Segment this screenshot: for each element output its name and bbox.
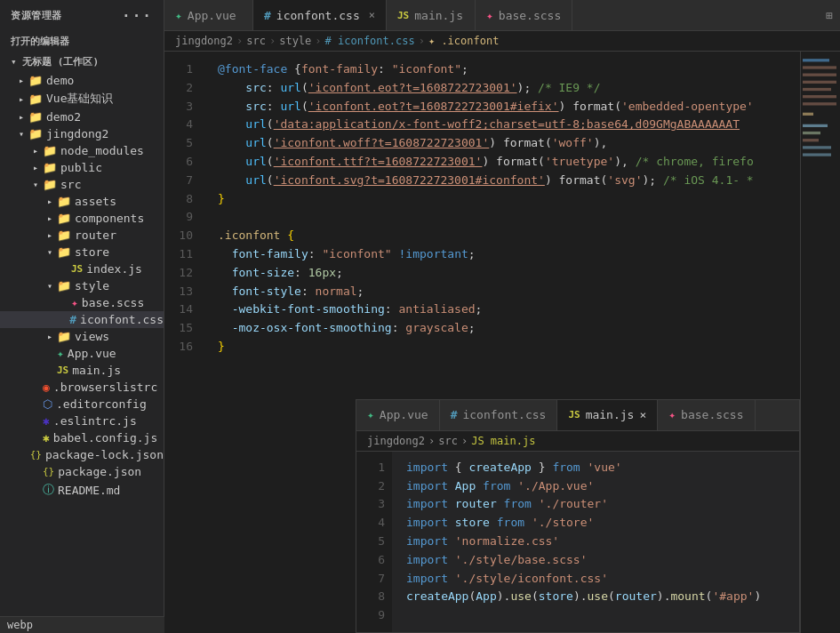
breadcrumb-part: ✦ .iconfont (428, 35, 499, 47)
sidebar-item-base-scss[interactable]: ✦ base.scss (0, 294, 164, 311)
sidebar-item-browserslistrc[interactable]: ◉ .browserslistrc (0, 379, 164, 396)
js-icon: JS (71, 263, 83, 275)
tab-app-vue[interactable]: ✦ App.vue (164, 0, 253, 30)
code-line-14: -webkit-font-smoothing: antialiased; (200, 300, 800, 319)
tab-base-scss[interactable]: ✦ base.scss (476, 0, 572, 30)
split-editor-button[interactable]: ⊞ (819, 0, 840, 30)
sidebar-item-router[interactable]: 📁 router (0, 227, 164, 244)
sidebar-item-demo[interactable]: 📁 demo (0, 72, 164, 89)
sidebar-item-public[interactable]: 📁 public (0, 159, 164, 176)
folder-icon: 📁 (28, 127, 43, 140)
css-tab-icon: # (451, 408, 458, 421)
breadcrumb-part: src (246, 35, 266, 47)
code-line-1: @font-face { font-family : "iconfont" ; (200, 60, 800, 79)
eslint-icon: ✱ (43, 414, 50, 428)
main-tab-bar: ✦ App.vue # iconfont.css × JS main.js ✦ … (164, 0, 840, 31)
code-line-7: url('iconfont.svg?t=1608722723001#iconfo… (200, 172, 800, 190)
svg-rect-3 (803, 74, 836, 76)
bottom-bar: webp (0, 616, 164, 633)
sidebar-item-app-vue[interactable]: ✦ App.vue (0, 345, 164, 362)
sidebar-item-vue-basics[interactable]: 📁 Vue基础知识 (0, 89, 164, 108)
tab-label: App.vue (188, 9, 236, 22)
popup-line-8: createApp(App).use(store).use(router).mo… (392, 588, 799, 606)
sidebar-item-style[interactable]: 📁 style (0, 277, 164, 294)
breadcrumb-part: src (438, 435, 458, 447)
sidebar-item-jingdong2[interactable]: 📁 jingdong2 (0, 125, 164, 142)
code-line-12: font-size: 16px; (200, 264, 800, 283)
chevron-icon (43, 213, 57, 223)
folder-icon: 📁 (57, 212, 71, 225)
sidebar-item-iconfont-css[interactable]: # iconfont.css (0, 311, 164, 328)
popup-tab-app-vue[interactable]: ✦ App.vue (356, 400, 440, 430)
sidebar-item-node-modules[interactable]: 📁 node_modules (0, 142, 164, 159)
chevron-icon (14, 94, 28, 104)
sidebar-item-components[interactable]: 📁 components (0, 210, 164, 227)
popup-tab-iconfont-css[interactable]: # iconfont.css (440, 400, 558, 430)
babel-icon: ✱ (43, 431, 50, 445)
sidebar-item-editorconfig[interactable]: ⬡ .editorconfig (0, 396, 164, 413)
breadcrumb-part: jingdong2 (175, 35, 233, 47)
json-icon: {} (43, 466, 54, 477)
css-tab-icon: # (264, 9, 271, 22)
svg-rect-13 (803, 153, 831, 156)
sidebar-item-store[interactable]: 📁 store (0, 244, 164, 260)
popup-tab-main-js[interactable]: JS main.js × (557, 400, 658, 430)
sidebar-item-package-json[interactable]: {} package.json (0, 463, 164, 480)
svg-rect-4 (803, 81, 836, 84)
sidebar-item-readme[interactable]: ⓘ README.md (0, 480, 164, 500)
chevron-icon (28, 180, 43, 189)
tab-label: App.vue (380, 408, 428, 421)
code-line-8: } (200, 190, 800, 209)
workspace-section: ▾ 无标题 (工作区) (0, 52, 164, 72)
chevron-icon (28, 163, 43, 172)
code-line-9 (200, 208, 800, 227)
tab-close-button[interactable]: × (369, 9, 375, 21)
sidebar-item-src[interactable]: 📁 src (0, 176, 164, 193)
code-line-13: font-style: normal; (200, 283, 800, 301)
svg-rect-10 (803, 132, 820, 134)
sidebar-item-assets[interactable]: 📁 assets (0, 193, 164, 210)
vue-icon: ✦ (57, 347, 64, 360)
chevron-icon (14, 112, 28, 122)
chevron-icon (43, 247, 57, 257)
tab-label: main.js (414, 9, 463, 22)
folder-icon: 📁 (57, 195, 71, 208)
code-line-5: url('iconfont.woff?t=1608722723001') for… (200, 134, 800, 153)
tab-main-js[interactable]: JS main.js (387, 0, 476, 30)
workspace-chevron: ▾ (11, 56, 22, 68)
sidebar-item-main-js[interactable]: JS main.js (0, 362, 164, 379)
tab-label: base.scss (499, 9, 561, 22)
sidebar-item-demo2[interactable]: 📁 demo2 (0, 108, 164, 125)
line-numbers: 1 2 3 4 5 6 7 8 9 10 11 12 13 14 15 16 (164, 52, 200, 633)
js-tab-icon: JS (397, 10, 409, 21)
sidebar-item-eslintrc[interactable]: ✱ .eslintrc.js (0, 413, 164, 429)
css-icon: # (69, 313, 76, 326)
popup-tab-close-button[interactable]: × (639, 408, 646, 421)
popup-tab-base-scss[interactable]: ✦ base.scss (658, 400, 755, 430)
breadcrumb: jingdong2 › src › style › # iconfont.css… (164, 31, 840, 52)
chevron-icon (43, 196, 57, 206)
tab-iconfont-css[interactable]: # iconfont.css × (253, 0, 387, 31)
sidebar-item-package-lock[interactable]: {} package-lock.json (0, 446, 164, 463)
chevron-icon (14, 129, 28, 139)
folder-icon: 📁 (57, 228, 71, 242)
breadcrumb-part: style (279, 35, 311, 47)
svg-rect-9 (803, 124, 828, 127)
sidebar-menu-dots[interactable]: ··· (122, 7, 153, 24)
sidebar-item-babel-config[interactable]: ✱ babel.config.js (0, 429, 164, 446)
breadcrumb-part: jingdong2 (367, 435, 425, 447)
json-icon: {} (30, 449, 42, 461)
popup-line-numbers: 1 2 3 4 5 6 7 8 9 (356, 452, 392, 632)
file-tree: 📁 demo 📁 Vue基础知识 📁 demo2 📁 jingdong2 📁 n… (0, 72, 164, 633)
git-icon: ◉ (43, 381, 50, 394)
popup-breadcrumb: jingdong2 › src › JS main.js (356, 431, 799, 452)
sidebar-item-views[interactable]: 📁 views (0, 328, 164, 345)
folder-icon: 📁 (43, 161, 57, 174)
editor-icon: ⬡ (43, 397, 52, 411)
tab-label: base.scss (681, 408, 743, 421)
folder-icon: 📁 (57, 330, 71, 343)
sidebar-item-index-js[interactable]: JS index.js (0, 260, 164, 277)
popup-line-6: import './style/base.scss' (392, 551, 799, 570)
chevron-icon (28, 146, 43, 156)
popup-line-9 (392, 606, 799, 625)
